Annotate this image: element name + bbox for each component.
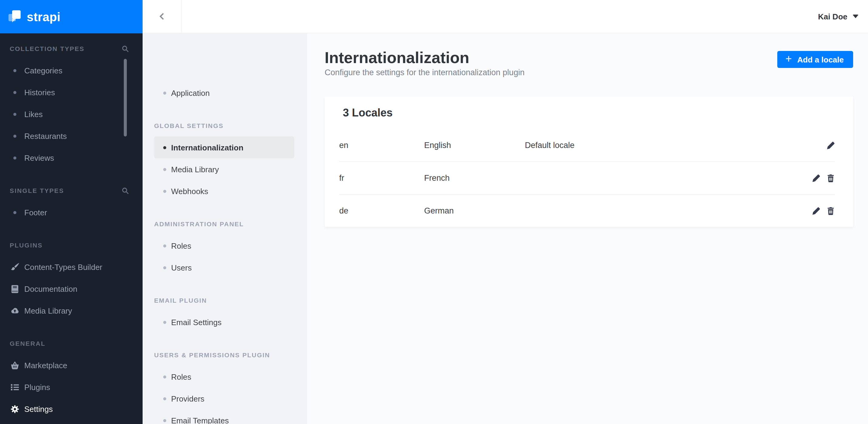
locale-row-en[interactable]: en English Default locale — [324, 129, 853, 161]
settings-nav-item-webhooks[interactable]: Webhooks — [143, 180, 307, 202]
sidebar-item-likes[interactable]: Likes — [0, 103, 143, 125]
strapi-wordmark: strapi — [27, 11, 60, 23]
bullet-dot — [163, 375, 166, 378]
bullet-dot — [163, 146, 166, 149]
top-bar: Kai Doe — [143, 0, 868, 33]
sidebar-item-media-library[interactable]: Media Library — [0, 300, 143, 322]
edit-locale-icon[interactable] — [812, 174, 820, 182]
row-actions — [812, 174, 835, 182]
locale-default-note: Default locale — [525, 141, 827, 150]
bullet-dot — [163, 397, 166, 400]
strapi-logo[interactable]: strapi — [0, 0, 143, 33]
sidebar-item-categories[interactable]: Categories — [0, 60, 143, 81]
strapi-admin-app: Kai Doe strapi COLLECTION TYPES Categori… — [0, 0, 868, 424]
sidebar-item-settings[interactable]: Settings — [0, 398, 143, 420]
bullet-dot — [13, 211, 17, 214]
bullet-dot — [163, 419, 166, 422]
bullet-dot — [163, 91, 166, 94]
locale-name: English — [424, 141, 525, 150]
locale-code: de — [339, 206, 424, 215]
settings-nav-item-admin-roles[interactable]: Roles — [143, 235, 307, 257]
bullet-dot — [13, 91, 17, 94]
settings-section-email-plugin: EMAIL PLUGIN — [143, 289, 307, 311]
sidebar-item-restaurants[interactable]: Restaurants — [0, 125, 143, 147]
delete-locale-icon[interactable] — [827, 174, 835, 182]
main-sidebar: COLLECTION TYPES Categories Histories Li… — [0, 33, 143, 424]
settings-nav-item-admin-users[interactable]: Users — [143, 257, 307, 279]
search-icon[interactable] — [121, 44, 129, 53]
settings-section-administration-panel: ADMINISTRATION PANEL — [143, 213, 307, 235]
sidebar-item-reviews[interactable]: Reviews — [0, 147, 143, 169]
edit-locale-icon[interactable] — [827, 141, 835, 150]
user-menu[interactable]: Kai Doe — [818, 0, 858, 33]
sidebar-item-content-types-builder[interactable]: Content-Types Builder — [0, 256, 143, 278]
sidebar-scrollbar-thumb[interactable] — [124, 59, 127, 136]
chevron-left-icon — [158, 12, 166, 21]
settings-section-users-permissions-plugin: USERS & PERMISSIONS PLUGIN — [143, 344, 307, 366]
bullet-dot — [13, 112, 17, 116]
sidebar-item-footer[interactable]: Footer — [0, 201, 143, 223]
locale-code: fr — [339, 173, 424, 183]
cloud-upload-icon — [10, 306, 20, 316]
locale-name: French — [424, 173, 525, 183]
search-icon[interactable] — [121, 187, 129, 194]
settings-nav-item-providers[interactable]: Providers — [143, 388, 307, 410]
basket-icon — [10, 360, 20, 370]
bullet-dot — [13, 69, 17, 72]
edit-locale-icon[interactable] — [812, 206, 820, 215]
gear-icon — [10, 404, 20, 414]
bullet-dot — [13, 134, 17, 137]
locale-row-de[interactable]: de German — [324, 195, 853, 227]
settings-nav-item-application[interactable]: Application — [143, 82, 307, 104]
book-icon — [10, 284, 20, 294]
locale-row-fr[interactable]: fr French — [324, 162, 853, 194]
plus-icon: + — [785, 54, 792, 64]
row-actions — [812, 206, 835, 215]
brush-icon — [10, 262, 20, 272]
locale-name: German — [424, 206, 525, 215]
bullet-dot — [163, 266, 166, 269]
back-button[interactable] — [143, 0, 182, 33]
settings-nav-item-media-library[interactable]: Media Library — [143, 158, 307, 180]
delete-locale-icon[interactable] — [827, 206, 835, 215]
add-locale-button[interactable]: + Add a locale — [778, 51, 853, 68]
settings-sub-sidebar: Application GLOBAL SETTINGS Internationa… — [143, 33, 307, 424]
bullet-dot — [163, 321, 166, 324]
locales-card: 3 Locales en English Default locale fr F… — [324, 96, 853, 227]
user-name: Kai Doe — [818, 12, 847, 21]
settings-nav-item-internationalization[interactable]: Internationalization — [154, 136, 294, 158]
sidebar-item-marketplace[interactable]: Marketplace — [0, 354, 143, 376]
sidebar-item-histories[interactable]: Histories — [0, 81, 143, 103]
row-actions — [827, 141, 835, 150]
strapi-logo-icon — [8, 9, 22, 24]
caret-down-icon — [852, 14, 858, 18]
bullet-dot — [13, 156, 17, 159]
bullet-dot — [163, 190, 166, 193]
bullet-dot — [163, 168, 166, 171]
locales-card-heading: 3 Locales — [324, 96, 853, 129]
bullet-dot — [163, 244, 166, 247]
settings-nav-item-email-settings[interactable]: Email Settings — [143, 311, 307, 333]
section-header-general: GENERAL — [0, 332, 143, 354]
section-header-plugins: PLUGINS — [0, 234, 143, 256]
settings-section-global-settings: GLOBAL SETTINGS — [143, 115, 307, 136]
sidebar-item-documentation[interactable]: Documentation — [0, 278, 143, 300]
section-header-collection-types: COLLECTION TYPES — [0, 38, 143, 60]
locale-code: en — [339, 141, 424, 150]
section-header-single-types: SINGLE TYPES — [0, 180, 143, 201]
sidebar-item-plugins[interactable]: Plugins — [0, 376, 143, 398]
settings-nav-item-up-roles[interactable]: Roles — [143, 366, 307, 388]
page-subtitle: Configure the settings for the internati… — [324, 68, 868, 77]
main-content: Internationalization Configure the setti… — [307, 33, 868, 424]
list-icon — [10, 382, 20, 392]
settings-nav-item-email-templates[interactable]: Email Templates — [143, 410, 307, 424]
